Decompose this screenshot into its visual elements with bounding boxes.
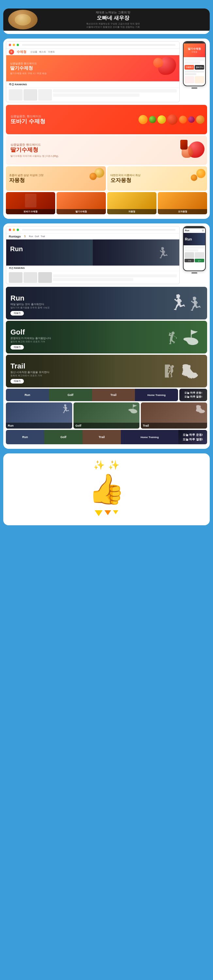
trail-more-btn[interactable]: 더보기 bbox=[10, 379, 24, 383]
trail-desc: 등최의 최고파트너 프로즈 기어 bbox=[10, 374, 49, 377]
col1-sub: 초즙이 넘친 상상 이상의 그맛 bbox=[9, 173, 43, 177]
banner2-title: 딸기수제청 bbox=[10, 147, 59, 153]
tabs-with-card: Run Golf Trail Home Training 오늘 하루 운동! 오… bbox=[6, 389, 207, 401]
tab-golf[interactable]: Golf bbox=[49, 389, 92, 401]
bottom-tab-trail[interactable]: Trail bbox=[83, 430, 121, 444]
all-tabs-bottom: Run Golf Trail Home Training 오늘 하루 운동! 오… bbox=[6, 430, 207, 444]
product-grid: 또바기 수제청 딸기수제청 자몽청 오자몽청 bbox=[6, 192, 207, 214]
trail-subtitle: 등산 시속직된 즐거움을 유지한다 bbox=[10, 371, 49, 374]
restaurant-section: 제대로 느껴보는 그릇의 맛 오빠네 새우장 특선요리와 계절메뉴로 구성된 고… bbox=[3, 8, 210, 34]
col2-title: 오자몽청 bbox=[110, 177, 140, 184]
bottom-tab-home-training[interactable]: Home Training bbox=[121, 430, 178, 444]
restaurant-plate bbox=[8, 10, 38, 29]
mobile-buy-btn[interactable]: 구매하기 bbox=[184, 65, 194, 70]
today-exercise-text: 오늘 하루 운동! 오늘 하루 열풍! bbox=[184, 391, 202, 399]
tab-trail[interactable]: Trail bbox=[92, 389, 135, 401]
restaurant-name: 오빠네 새우장 bbox=[16, 15, 210, 22]
banner1-title: 또바기 수제청 bbox=[10, 119, 45, 125]
mobile-cart-btn[interactable]: 장바구니 bbox=[195, 65, 204, 70]
sports-logo: Runtago bbox=[9, 235, 21, 238]
trail-title: Trail bbox=[10, 362, 49, 371]
thumbs-up-emoji: 👍 bbox=[88, 474, 125, 504]
plum-banner: 초즙이 넘친 상상 이상의 그맛 자몽청 bbox=[6, 166, 106, 191]
restaurant-desc2: 서울에서맛보기 힘들었던 요리를 직접 경험하는 기회 bbox=[16, 25, 210, 29]
product-label-1: 또바기 수제청 bbox=[6, 209, 55, 214]
col1-title: 자몽청 bbox=[9, 177, 43, 184]
sparkles: ✨ ✨ bbox=[94, 460, 119, 470]
mobile-hero-text: 딸기수제청 bbox=[188, 47, 201, 51]
citrus-banner: 대한민국의 이름에서 최상 오자몽청 bbox=[107, 166, 207, 191]
ranking-label: 주간 RANKING bbox=[6, 81, 180, 88]
shop-banner-sub: 상큼달콤한 핸드메이드 bbox=[10, 62, 47, 65]
sports-section: Runtago 🏃 Run Golf Trail Run 🏃 주간 RANKIN… bbox=[3, 223, 210, 449]
shop-banner-title: 딸기수제청 bbox=[10, 65, 47, 71]
bottom-tab-golf[interactable]: Golf bbox=[44, 430, 82, 444]
bottom-tab-run[interactable]: Run bbox=[6, 430, 44, 444]
thumb-golf-label: Golf bbox=[73, 423, 140, 429]
thumb-run[interactable]: 🏃 Run bbox=[6, 402, 72, 429]
sparkle-left: ✨ bbox=[94, 460, 105, 470]
product-card-1[interactable]: 또바기 수제청 bbox=[6, 192, 55, 214]
sports-ranking: 주간 RANKING bbox=[6, 266, 180, 271]
product-card-3[interactable]: 자몽청 bbox=[107, 192, 156, 214]
golf-more-btn[interactable]: 더보기 bbox=[10, 345, 24, 350]
product-card-2[interactable]: 딸기수제청 bbox=[57, 192, 106, 214]
product-label-2: 딸기수제청 bbox=[57, 209, 106, 214]
run-subtitle: 매일 달리는 것이 즐거워진다 bbox=[10, 302, 50, 306]
tab-home-training[interactable]: Home Training bbox=[135, 389, 178, 401]
desktop-run-title: Run bbox=[10, 245, 23, 253]
run-banner: 🏃 🏃 Run 매일 달리는 것이 즐거워진다 달리기의 즐거움을 모두와 함께… bbox=[6, 287, 207, 320]
sparkle-right: ✨ bbox=[108, 460, 119, 470]
pink-banner: 상큼달콤한 핸드메이드 딸기수제청 딸기수제청 이야기에 사용되는 멍 | 3 … bbox=[6, 135, 207, 165]
banner2-desc: 딸기수제청 이야기에 사용되는 멍 | 3 온스(85g), bbox=[10, 154, 59, 158]
product-card-4[interactable]: 오자몽청 bbox=[158, 192, 207, 214]
col2-sub: 대한민국의 이름에서 최상 bbox=[110, 173, 140, 177]
sports-desktop-mockup: Runtago 🏃 Run Golf Trail Run 🏃 주간 RANKIN… bbox=[6, 226, 180, 284]
golf-title: Golf bbox=[10, 328, 51, 336]
thumbs-up-section: ✨ ✨ 👍 bbox=[3, 453, 210, 525]
two-col-banners: 초즙이 넘친 상상 이상의 그맛 자몽청 대한민국의 이름에서 최상 오자몽청 bbox=[6, 166, 207, 191]
thumb-trail-label: Trail bbox=[141, 423, 207, 429]
red-fruits-banner: 상큼달콤한, 핸드메이드 또바기 수제청 bbox=[6, 105, 207, 134]
tab-run[interactable]: Run bbox=[6, 389, 49, 401]
thumb-run-label: Run bbox=[6, 423, 72, 429]
three-thumb-grid: 🏃 Run ⛳ Golf 🥾 Trail bbox=[6, 402, 207, 429]
run-desc: 달리기의 즐거움을 모두와 함께 나눠요 bbox=[10, 306, 50, 309]
restaurant-subtitle: 제대로 느껴보는 그릇의 맛 bbox=[16, 10, 210, 15]
product-label-3: 자몽청 bbox=[107, 209, 156, 214]
golf-desc: 골프의 최고의 파트너 프로즈 기어 bbox=[10, 340, 51, 343]
bottom-today-text: 오늘 하루 운동! 오늘 하루 열풍! bbox=[183, 433, 203, 442]
restaurant-desc1: 특선요리와 계절메뉴로 구성된 고급스러운 맛의 향연 bbox=[16, 22, 210, 25]
strawberry-shop-section: S 수제청 신상품 베스트 이벤트 상큼달콤한 핸드메이드 딸기수제청 딸기수제… bbox=[3, 38, 210, 219]
thumb-trail[interactable]: 🥾 Trail bbox=[141, 402, 207, 429]
thumb-golf[interactable]: ⛳ Golf bbox=[73, 402, 140, 429]
trail-banner: 🥾 🧗 Trail 등산 시속직된 즐거움을 유지한다 등최의 최고파트너 프로… bbox=[6, 355, 207, 387]
run-title: Run bbox=[10, 294, 50, 302]
golf-subtitle: 운영의도가 지속되는 즐거움입니다 bbox=[10, 336, 51, 340]
product-label-4: 오자몽청 bbox=[158, 209, 207, 214]
run-more-btn[interactable]: 더보기 bbox=[10, 311, 24, 315]
desktop-mockup: S 수제청 신상품 베스트 이벤트 상큼달콤한 핸드메이드 딸기수제청 딸기수제… bbox=[6, 41, 180, 102]
sports-mobile-mockup: Run ☰ Run 구매 bbox=[182, 226, 207, 284]
mobile-mockup: 딸기수제청 수제청 구매하기 장바구니 bbox=[182, 41, 207, 102]
golf-banner: ⛳ 🏌️ Golf 운영의도가 지속되는 즐거움입니다 골프의 최고의 파트너 … bbox=[6, 321, 207, 353]
mobile-run-label: Run bbox=[185, 237, 192, 241]
